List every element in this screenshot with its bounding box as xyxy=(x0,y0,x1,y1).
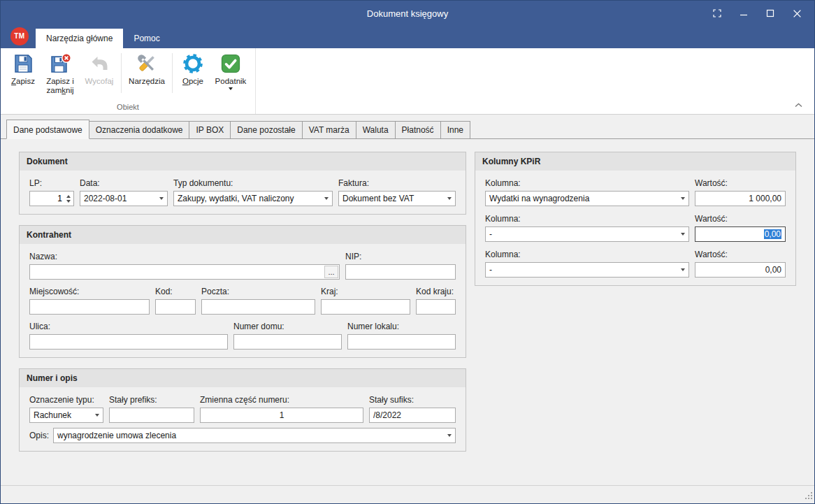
numer-lokalu-input[interactable] xyxy=(347,334,456,350)
undo-button-label: Wycofaj xyxy=(85,77,114,86)
chevron-down-icon xyxy=(444,434,455,437)
browse-button[interactable]: ... xyxy=(324,266,338,278)
data-combobox[interactable]: 2022-08-01 xyxy=(80,191,168,206)
tab-platnosc[interactable]: Płatność xyxy=(395,121,441,139)
document-tab-strip: Dane podstawowe Oznaczenia dodatkowe IP … xyxy=(1,115,814,139)
taxpayer-check-icon xyxy=(219,52,242,75)
lp-spinner[interactable] xyxy=(29,191,74,206)
nip-label: NIP: xyxy=(345,252,456,261)
maximize-button[interactable] xyxy=(757,4,784,23)
chevron-down-icon xyxy=(92,414,103,417)
ribbon-group-label: Obiekt xyxy=(3,101,252,114)
poczta-label: Poczta: xyxy=(201,287,315,296)
tab-dane-podstawowe[interactable]: Dane podstawowe xyxy=(6,120,89,139)
nazwa-input[interactable] xyxy=(30,265,324,279)
opis-label: Opis: xyxy=(29,431,49,440)
kpir-row-3: Kolumna: - Wartość: xyxy=(485,250,786,278)
save-and-close-icon xyxy=(49,52,71,75)
tab-vat-marza[interactable]: VAT marża xyxy=(302,121,356,139)
faktura-label: Faktura: xyxy=(338,178,456,188)
tab-waluta[interactable]: Waluta xyxy=(356,121,396,139)
faktura-combobox[interactable]: Dokument bez VAT xyxy=(338,191,456,206)
spinner-buttons[interactable] xyxy=(64,192,73,206)
close-button[interactable] xyxy=(784,4,810,23)
opis-combobox[interactable]: wynagrodzenie umowa zlecenia xyxy=(53,428,456,443)
kontrahent-group-title: Kontrahent xyxy=(20,226,466,244)
window-controls xyxy=(704,1,810,26)
selected-text: 0,00 xyxy=(764,229,781,239)
save-button[interactable]: Zapisz xyxy=(6,50,40,101)
kod-input[interactable] xyxy=(155,299,196,315)
tab-dane-pozostale[interactable]: Dane pozostałe xyxy=(230,121,302,139)
kolumna-combobox-1[interactable]: Wydatki na wynagrodzenia xyxy=(485,191,689,206)
ribbon-separator xyxy=(172,53,173,93)
ribbon-collapse-button[interactable] xyxy=(793,101,803,108)
nazwa-field[interactable]: ... xyxy=(29,264,340,280)
ribbon: Zapisz Zapisz i zamknij xyxy=(1,48,814,115)
kolumny-kpir-group-title: Kolumny KPiR xyxy=(475,152,795,171)
tab-ip-box[interactable]: IP BOX xyxy=(189,121,231,139)
tools-button[interactable]: Narzędzia xyxy=(124,50,169,101)
ribbon-tab-pomoc[interactable]: Pomoc xyxy=(123,29,170,48)
options-gear-icon xyxy=(182,52,204,75)
kolumna-combobox-2[interactable]: - xyxy=(485,226,689,242)
chevron-down-icon xyxy=(677,268,688,271)
app-logo[interactable]: TM xyxy=(10,27,29,45)
wartosc-input-2[interactable]: 0,00 xyxy=(695,226,786,242)
kod-kraju-input[interactable] xyxy=(416,299,456,315)
kpir-row-2: Kolumna: - Wartość: 0,00 xyxy=(485,214,786,242)
chevron-down-icon xyxy=(677,233,688,236)
staly-sufiks-label: Stały sufiks: xyxy=(369,395,456,405)
zmienna-czesc-input[interactable] xyxy=(200,408,363,423)
window-title: Dokument księgowy xyxy=(367,8,448,19)
wartosc-input-3[interactable] xyxy=(695,262,786,278)
miejscowosc-label: Miejscowość: xyxy=(29,287,150,296)
nip-input[interactable] xyxy=(345,264,456,280)
undo-button: Wycofaj xyxy=(80,50,118,101)
numer-domu-label: Numer domu: xyxy=(233,322,342,331)
wartosc-label: Wartość: xyxy=(695,178,786,188)
tab-inne[interactable]: Inne xyxy=(440,121,470,139)
kolumna-combobox-3[interactable]: - xyxy=(485,262,689,278)
oznaczenie-typu-combobox[interactable]: Rachunek xyxy=(29,408,103,423)
maximize-icon xyxy=(766,9,774,17)
options-button[interactable]: Opcje xyxy=(175,50,210,101)
ribbon-group-obiekt: Zapisz Zapisz i zamknij xyxy=(1,48,256,114)
nazwa-label: Nazwa: xyxy=(29,252,340,261)
lp-input[interactable] xyxy=(30,192,64,206)
poczta-input[interactable] xyxy=(201,299,315,315)
typ-dokumentu-combobox[interactable]: Zakupy, wydatki, VAT naliczony xyxy=(173,191,333,206)
minimize-button[interactable] xyxy=(730,4,757,23)
tab-oznaczenia-dodatkowe[interactable]: Oznaczenia dodatkowe xyxy=(89,121,190,139)
staly-prefiks-input[interactable] xyxy=(109,408,194,423)
kod-kraju-label: Kod kraju: xyxy=(416,287,456,296)
status-bar xyxy=(1,485,814,503)
wartosc-input-1[interactable] xyxy=(695,191,786,206)
ulica-input[interactable] xyxy=(29,334,228,350)
resize-grip[interactable] xyxy=(805,491,812,501)
numer-domu-input[interactable] xyxy=(233,334,342,350)
kolumna-label: Kolumna: xyxy=(485,214,689,224)
wartosc-label: Wartość: xyxy=(695,250,786,259)
numer-i-opis-groupbox: Numer i opis Oznaczenie typu: Rachunek S… xyxy=(19,368,466,452)
taxpayer-button[interactable]: Podatnik xyxy=(210,50,251,101)
resize-grip-icon xyxy=(805,492,812,499)
ulica-label: Ulica: xyxy=(29,322,228,331)
kod-label: Kod: xyxy=(155,287,196,296)
kraj-input[interactable] xyxy=(321,299,410,315)
spin-down-icon xyxy=(66,200,71,203)
display-options-button[interactable] xyxy=(704,4,730,23)
ribbon-tab-narzedzia-glowne[interactable]: Narzędzia główne xyxy=(36,29,123,48)
chevron-up-icon xyxy=(795,103,802,108)
chevron-down-icon xyxy=(156,197,167,200)
numer-i-opis-group-title: Numer i opis xyxy=(20,369,466,387)
tools-button-label: Narzędzia xyxy=(129,77,165,86)
save-and-close-button[interactable]: Zapisz i zamknij xyxy=(40,50,80,101)
oznaczenie-typu-label: Oznaczenie typu: xyxy=(29,395,103,405)
spin-up-icon xyxy=(66,195,71,198)
miejscowosc-input[interactable] xyxy=(29,299,150,315)
numer-lokalu-label: Numer lokalu: xyxy=(347,322,456,331)
ribbon-tab-row: TM Narzędzia główne Pomoc xyxy=(1,26,814,48)
staly-sufiks-input[interactable] xyxy=(369,408,456,423)
titlebar: Dokument księgowy xyxy=(1,1,814,26)
